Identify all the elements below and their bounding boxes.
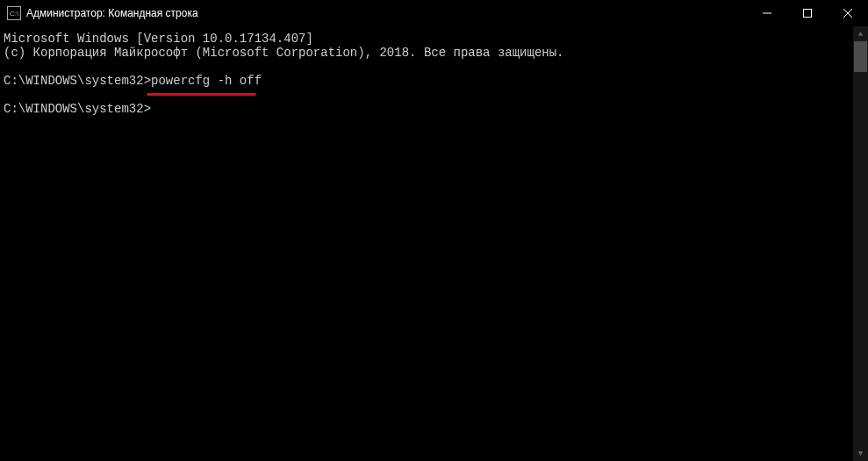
- maximize-icon: [803, 9, 812, 18]
- blank-line: [4, 88, 847, 102]
- scroll-down-arrow[interactable]: ▼: [853, 446, 868, 461]
- annotation-underline: [147, 93, 256, 96]
- close-icon: [843, 9, 852, 18]
- prompt-line-1: C:\WINDOWS\system32>powercfg -h off: [4, 74, 847, 88]
- blank-line: [4, 60, 847, 74]
- vertical-scrollbar[interactable]: ▲ ▼: [853, 26, 868, 461]
- scroll-thumb[interactable]: [854, 41, 867, 72]
- maximize-button[interactable]: [787, 0, 828, 26]
- svg-rect-1: [804, 10, 812, 18]
- minimize-icon: [763, 9, 771, 18]
- prompt-1: C:\WINDOWS\system32>: [4, 74, 151, 88]
- minimize-button[interactable]: [747, 0, 787, 26]
- cmd-icon: C:\: [7, 6, 21, 20]
- command-1: powercfg -h off: [151, 74, 262, 88]
- prompt-line-2: C:\WINDOWS\system32>: [4, 102, 847, 116]
- scroll-track[interactable]: [853, 41, 868, 446]
- close-button[interactable]: [828, 0, 868, 26]
- titlebar[interactable]: C:\ Администратор: Командная строка: [0, 0, 868, 26]
- copyright-line: (c) Корпорация Майкрософт (Microsoft Cor…: [4, 46, 847, 60]
- scroll-up-arrow[interactable]: ▲: [853, 26, 868, 41]
- cmd-window: C:\ Администратор: Командная строка Micr…: [0, 0, 868, 461]
- prompt-2: C:\WINDOWS\system32>: [4, 102, 151, 116]
- window-controls: [747, 0, 868, 26]
- terminal-content: Microsoft Windows [Version 10.0.17134.40…: [4, 32, 847, 116]
- terminal-area[interactable]: Microsoft Windows [Version 10.0.17134.40…: [0, 26, 868, 461]
- window-title: Администратор: Командная строка: [26, 7, 747, 19]
- version-line: Microsoft Windows [Version 10.0.17134.40…: [4, 32, 847, 46]
